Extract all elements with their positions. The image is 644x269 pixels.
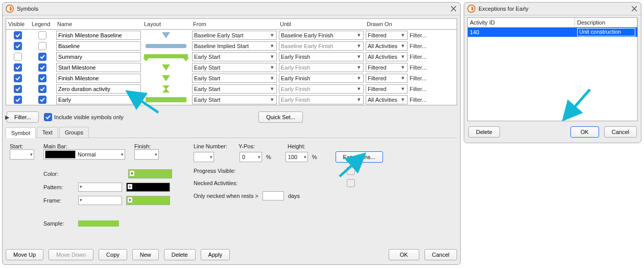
- col-name[interactable]: Name: [55, 21, 142, 27]
- mainbar-select[interactable]: Normal ▾: [43, 149, 125, 160]
- checkbox-icon[interactable]: [38, 96, 46, 104]
- grid-combo[interactable]: Early Finish▾: [279, 95, 364, 104]
- color-select[interactable]: ▾: [128, 169, 172, 178]
- checkbox-icon[interactable]: [38, 85, 46, 93]
- filter-link[interactable]: Filter...: [410, 86, 426, 92]
- finish-select[interactable]: ▾: [134, 149, 159, 160]
- copy-button[interactable]: Copy: [99, 249, 127, 260]
- pattern-right-select[interactable]: ▾: [126, 183, 170, 192]
- grid-combo[interactable]: Baseline Early Finish▾: [279, 31, 364, 40]
- necked-activities-checkbox[interactable]: [347, 179, 355, 187]
- grid-combo[interactable]: Early Finish▾: [279, 84, 364, 94]
- only-necked-days-input[interactable]: [263, 191, 284, 200]
- cancel-button[interactable]: Cancel: [424, 249, 457, 260]
- exceptions-grid[interactable]: Activity ID Description 140 Unit constru…: [467, 17, 638, 121]
- table-row[interactable]: Baseline Implied Start▾Baseline Early Fi…: [6, 40, 457, 51]
- delete-button[interactable]: Delete: [164, 249, 196, 260]
- exc-cancel-button[interactable]: Cancel: [604, 126, 637, 138]
- exceptions-titlebar[interactable]: Exceptions for Early: [464, 3, 641, 15]
- ok-button[interactable]: OK: [389, 249, 419, 260]
- exc-delete-button[interactable]: Delete: [468, 126, 500, 138]
- grid-combo[interactable]: Baseline Early Start▾: [192, 31, 277, 40]
- col-visible[interactable]: Visible: [6, 21, 30, 27]
- checkbox-icon[interactable]: [14, 42, 22, 50]
- line-number-select[interactable]: ▾: [194, 152, 214, 162]
- tab-symbol[interactable]: Symbol: [6, 127, 36, 138]
- name-input[interactable]: [56, 41, 141, 51]
- grid-combo[interactable]: All Activities▾: [366, 41, 408, 51]
- include-visible-checkbox[interactable]: Include visible symbols only: [44, 113, 124, 121]
- filter-link[interactable]: Filter...: [410, 97, 426, 103]
- pattern-left-select[interactable]: ▾: [78, 183, 122, 192]
- progress-visible-checkbox[interactable]: [347, 167, 355, 175]
- checkbox-icon[interactable]: [38, 42, 46, 50]
- grid-combo[interactable]: Early Finish▾: [279, 52, 364, 61]
- grid-combo[interactable]: Early Start▾: [192, 95, 277, 104]
- tab-groups[interactable]: Groups: [59, 127, 89, 138]
- col-description[interactable]: Description: [575, 18, 637, 27]
- apply-button[interactable]: Apply: [201, 249, 230, 260]
- col-legend[interactable]: Legend: [30, 21, 55, 27]
- name-input[interactable]: [56, 74, 141, 83]
- checkbox-icon[interactable]: [38, 63, 46, 72]
- col-until[interactable]: Until: [278, 21, 365, 27]
- close-icon[interactable]: [450, 5, 457, 12]
- col-from[interactable]: From: [191, 21, 278, 27]
- col-activity-id[interactable]: Activity ID: [468, 18, 575, 27]
- name-input[interactable]: [56, 84, 141, 94]
- name-input[interactable]: [56, 95, 141, 104]
- table-row[interactable]: Early Start▾Early Finish▾Filtered▾Filter…: [6, 62, 457, 73]
- filter-link[interactable]: Filter...: [410, 64, 426, 71]
- checkbox-icon[interactable]: [38, 74, 46, 82]
- ypos-select[interactable]: 0▾: [240, 152, 262, 162]
- grid-combo[interactable]: Early Finish▾: [279, 63, 364, 72]
- height-select[interactable]: 100▾: [285, 152, 308, 162]
- grid-combo[interactable]: Filtered▾: [366, 84, 408, 94]
- name-input[interactable]: [56, 31, 141, 40]
- table-row[interactable]: Early Start▾Early Finish▾All Activities▾…: [6, 94, 457, 105]
- new-button[interactable]: New: [132, 249, 159, 260]
- start-select[interactable]: ▾: [10, 149, 34, 160]
- grid-combo[interactable]: Early Start▾: [192, 63, 277, 72]
- tab-text[interactable]: Text: [37, 127, 58, 138]
- move-down-button[interactable]: Move Down: [49, 249, 93, 260]
- checkbox-icon[interactable]: [38, 53, 46, 61]
- checkbox-icon[interactable]: [14, 63, 22, 72]
- col-drawn[interactable]: Drawn On: [365, 21, 409, 27]
- table-row[interactable]: Early Start▾Early Finish▾All Activities▾…: [6, 51, 457, 62]
- grid-combo[interactable]: Early Start▾: [192, 74, 277, 83]
- close-icon[interactable]: [631, 5, 638, 12]
- checkbox-icon[interactable]: [38, 31, 46, 39]
- move-up-button[interactable]: Move Up: [6, 249, 43, 260]
- grid-combo[interactable]: Early Finish▾: [279, 74, 364, 83]
- grid-combo[interactable]: Filtered▾: [366, 31, 408, 40]
- grid-combo[interactable]: Early Start▾: [192, 84, 277, 94]
- grid-combo[interactable]: All Activities▾: [366, 52, 408, 61]
- checkbox-icon[interactable]: [14, 96, 22, 104]
- checkbox-icon[interactable]: [14, 85, 22, 93]
- checkbox-icon[interactable]: [14, 31, 22, 39]
- col-layout[interactable]: Layout: [142, 21, 191, 27]
- filter-link[interactable]: Filter...: [410, 54, 426, 60]
- quick-set-button[interactable]: Quick Set...: [258, 111, 303, 123]
- filter-link[interactable]: Filter...: [410, 32, 426, 38]
- exc-ok-button[interactable]: OK: [570, 126, 599, 138]
- frame-right-select[interactable]: ▾: [126, 196, 170, 205]
- filter-link[interactable]: Filter...: [410, 75, 426, 81]
- symbols-titlebar[interactable]: Symbols: [3, 3, 460, 15]
- exceptions-button[interactable]: Exceptions...: [336, 151, 383, 163]
- exceptions-row[interactable]: 140 Unit construction phase: [468, 28, 637, 37]
- name-input[interactable]: [56, 63, 141, 72]
- filter-link[interactable]: Filter...: [410, 43, 426, 49]
- checkbox-icon[interactable]: [14, 53, 22, 61]
- frame-left-select[interactable]: ▾: [78, 196, 122, 205]
- grid-combo[interactable]: Baseline Early Finish▾: [279, 41, 364, 51]
- grid-combo[interactable]: Baseline Implied Start▾: [192, 41, 277, 51]
- grid-combo[interactable]: Early Start▾: [192, 52, 277, 61]
- table-row[interactable]: Early Start▾Early Finish▾Filtered▾Filter…: [6, 83, 457, 94]
- grid-combo[interactable]: Filtered▾: [366, 74, 408, 83]
- table-row[interactable]: Early Start▾Early Finish▾Filtered▾Filter…: [6, 73, 457, 83]
- checkbox-icon[interactable]: [14, 74, 22, 82]
- grid-combo[interactable]: Filtered▾: [366, 63, 408, 72]
- table-row[interactable]: Baseline Early Start▾Baseline Early Fini…: [6, 30, 457, 40]
